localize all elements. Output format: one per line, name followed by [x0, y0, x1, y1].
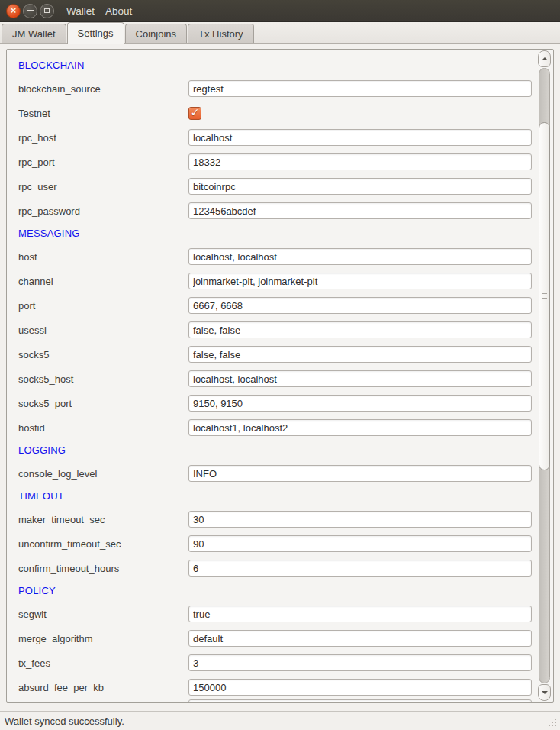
section-header: LOGGING	[7, 440, 553, 461]
settings-form: BLOCKCHAINblockchain_sourceTestnet✓rpc_h…	[7, 50, 553, 703]
minimize-button[interactable]	[23, 4, 37, 18]
settings-row: unconfirm_timeout_sec	[7, 531, 553, 556]
field-label: segwit	[18, 609, 188, 620]
rpc_host-input[interactable]	[188, 129, 532, 146]
confirm_timeout_hours-input[interactable]	[188, 560, 532, 577]
blockchain_source-input[interactable]	[188, 80, 532, 97]
scroll-down-button[interactable]	[538, 684, 551, 701]
arrow-up-icon	[542, 57, 548, 60]
tab-settings[interactable]: Settings	[67, 22, 124, 44]
settings-row: tx_fees	[7, 651, 553, 675]
tab-tx-history[interactable]: Tx History	[188, 24, 254, 43]
status-bar: Wallet synced successfully.	[0, 711, 560, 730]
rpc_password-input[interactable]	[188, 202, 532, 219]
hostid-input[interactable]	[188, 419, 532, 436]
settings-row: maker_timeout_sec	[7, 507, 553, 531]
field-label: merge_algorithm	[18, 633, 188, 644]
maximize-button[interactable]	[40, 4, 54, 18]
channel-input[interactable]	[188, 273, 532, 289]
field-label: maker_timeout_sec	[18, 514, 188, 525]
thumb-grip-icon	[542, 293, 547, 299]
maker_timeout_sec-input[interactable]	[188, 511, 532, 528]
field-label: rpc_user	[18, 181, 188, 192]
tab-jm-wallet[interactable]: JM Wallet	[2, 24, 66, 43]
field-label: rpc_port	[18, 157, 188, 168]
settings-row: rpc_user	[7, 174, 553, 199]
console_log_level-input[interactable]	[188, 465, 532, 482]
settings-row: socks5	[7, 342, 553, 367]
close-button[interactable]: ×	[6, 4, 21, 18]
tx_fees-input[interactable]	[188, 654, 532, 671]
menu-about[interactable]: About	[105, 5, 132, 17]
socks5_port-input[interactable]	[188, 395, 532, 412]
scroll-up-button[interactable]	[538, 50, 551, 67]
settings-row: socks5_port	[7, 391, 553, 415]
field-label: console_log_level	[18, 468, 188, 480]
status-message: Wallet synced successfully.	[5, 715, 124, 727]
field-label: host	[18, 251, 188, 263]
tab-bar: JM Wallet Settings Coinjoins Tx History	[0, 22, 560, 44]
unconfirm_timeout_sec-input[interactable]	[188, 535, 532, 552]
socks5_host-input[interactable]	[188, 370, 532, 387]
settings-scroll-area: BLOCKCHAINblockchain_sourceTestnet✓rpc_h…	[6, 49, 554, 703]
partial-field-input[interactable]	[188, 699, 532, 703]
close-icon: ×	[11, 5, 17, 15]
menu-wallet[interactable]: Wallet	[66, 5, 95, 17]
segwit-input[interactable]	[188, 606, 532, 622]
field-label: rpc_password	[18, 205, 188, 217]
field-label: hostid	[18, 422, 188, 434]
maximize-icon	[44, 8, 50, 13]
testnet-checkbox[interactable]: ✓	[188, 107, 201, 120]
field-label: rpc_host	[18, 132, 188, 144]
host-input[interactable]	[188, 248, 532, 265]
field-label: absurd_fee_per_kb	[18, 682, 188, 693]
field-label: Testnet	[18, 108, 188, 119]
field-label: channel	[18, 276, 188, 287]
settings-row: rpc_password	[7, 199, 553, 223]
settings-row: blockchain_source	[7, 76, 553, 101]
settings-row: Testnet✓	[7, 101, 553, 125]
settings-row: confirm_timeout_hours	[7, 556, 553, 580]
merge_algorithm-input[interactable]	[188, 630, 532, 647]
resize-grip[interactable]	[549, 719, 558, 728]
settings-row: hostid	[7, 415, 553, 440]
arrow-down-icon	[542, 691, 548, 694]
field-label: socks5_host	[18, 373, 188, 385]
settings-row: merge_algorithm	[7, 626, 553, 651]
settings-row: usessl	[7, 318, 553, 342]
field-label: socks5	[18, 349, 188, 360]
check-icon: ✓	[191, 107, 200, 118]
field-label: port	[18, 300, 188, 312]
usessl-input[interactable]	[188, 321, 532, 338]
settings-row: console_log_level	[7, 461, 553, 486]
settings-row	[7, 699, 553, 703]
field-label: socks5_port	[18, 398, 188, 409]
app-window: × Wallet About JM Wallet Settings Coinjo…	[0, 0, 560, 730]
tab-coinjoins[interactable]: Coinjoins	[125, 24, 187, 43]
scrollbar-track[interactable]	[539, 68, 550, 683]
settings-pane: BLOCKCHAINblockchain_sourceTestnet✓rpc_h…	[0, 44, 560, 711]
settings-row: rpc_port	[7, 150, 553, 174]
minimize-icon	[27, 10, 34, 11]
settings-row: port	[7, 293, 553, 318]
section-header: TIMEOUT	[7, 486, 553, 507]
socks5-input[interactable]	[188, 346, 532, 363]
settings-row: host	[7, 244, 553, 269]
settings-row: segwit	[7, 602, 553, 626]
titlebar: × Wallet About	[0, 0, 560, 22]
scrollbar-thumb[interactable]	[539, 122, 550, 470]
settings-row: socks5_host	[7, 367, 553, 391]
section-header: BLOCKCHAIN	[7, 55, 553, 76]
settings-row: channel	[7, 269, 553, 293]
port-input[interactable]	[188, 297, 532, 314]
settings-row: absurd_fee_per_kb	[7, 675, 553, 699]
field-label: usessl	[18, 325, 188, 336]
settings-row: rpc_host	[7, 125, 553, 150]
vertical-scrollbar[interactable]	[537, 50, 552, 701]
field-label: confirm_timeout_hours	[18, 563, 188, 574]
absurd_fee_per_kb-input[interactable]	[188, 679, 532, 696]
field-label: tx_fees	[18, 657, 188, 669]
field-label: unconfirm_timeout_sec	[18, 538, 188, 550]
rpc_port-input[interactable]	[188, 153, 532, 170]
rpc_user-input[interactable]	[188, 178, 532, 195]
